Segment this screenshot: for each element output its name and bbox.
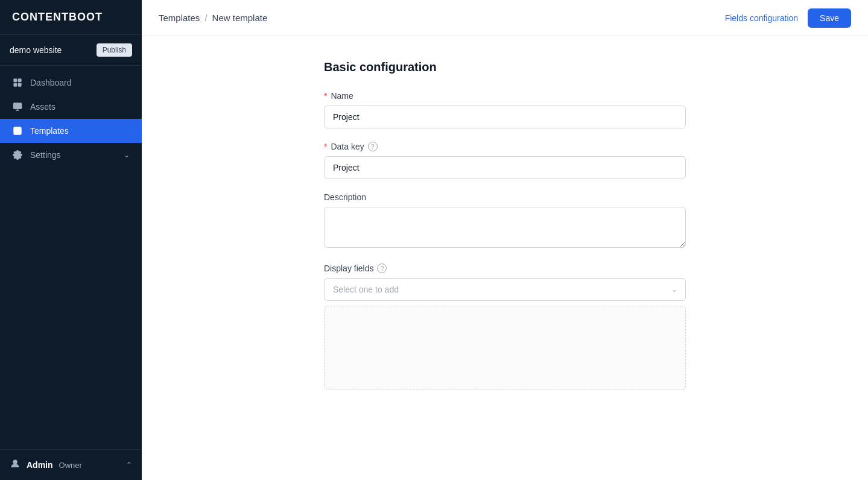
svg-rect-2 [14,83,17,86]
svg-rect-1 [18,79,21,82]
brand-name: CONTENTBOOT [12,11,103,24]
data-key-field-group: * Data key ? [324,142,686,179]
breadcrumb: Templates / New template [159,13,267,23]
user-name: Admin [27,460,53,470]
display-fields-label-text: Display fields [324,264,373,273]
sidebar-item-assets[interactable]: Assets [0,95,142,119]
name-field-group: * Name [324,91,686,128]
display-fields-help-icon[interactable]: ? [377,264,387,273]
sidebar-item-dashboard[interactable]: Dashboard [0,71,142,95]
sidebar-footer: Admin Owner ⌃ [0,449,142,480]
data-key-label: * Data key ? [324,142,686,151]
name-required-star: * [324,91,327,101]
save-button[interactable]: Save [808,8,851,28]
publish-button[interactable]: Publish [97,43,132,57]
description-label: Description [324,192,686,202]
description-field-group: Description [324,192,686,250]
user-role: Owner [59,461,82,470]
workspace-name: demo website [10,45,62,55]
templates-icon [12,125,23,136]
templates-label: Templates [30,126,69,136]
name-label: * Name [324,91,686,101]
fields-configuration-link[interactable]: Fields configuration [725,13,798,23]
assets-label: Assets [30,102,55,112]
sidebar-logo: CONTENTBOOT [0,0,142,35]
settings-label: Settings [30,150,61,160]
sidebar-nav: Dashboard Assets Templates [0,66,142,449]
name-label-text: Name [331,91,353,101]
svg-rect-4 [13,103,21,109]
description-textarea[interactable] [324,207,686,248]
sidebar-item-settings[interactable]: Settings ⌄ [0,143,142,167]
dashboard-icon [12,77,23,88]
chevron-up-icon[interactable]: ⌃ [126,461,132,469]
data-key-input[interactable] [324,156,686,179]
display-fields-group: Display fields ? Select one to add ⌄ [324,264,686,390]
topbar-actions: Fields configuration Save [725,8,851,28]
svg-rect-5 [14,127,21,134]
display-fields-label: Display fields ? [324,264,686,273]
display-fields-dropzone [324,306,686,390]
breadcrumb-separator: / [204,13,207,23]
breadcrumb-current: New template [212,13,268,23]
sidebar-item-templates[interactable]: Templates [0,119,142,143]
display-fields-select-wrapper: Select one to add ⌄ [324,278,686,301]
data-key-label-text: Data key [331,142,364,151]
svg-rect-0 [14,79,17,82]
chevron-down-icon: ⌄ [124,151,130,159]
data-key-required-star: * [324,142,327,151]
breadcrumb-parent[interactable]: Templates [159,13,200,23]
main-content: Templates / New template Fields configur… [142,0,868,480]
settings-icon [12,150,23,160]
topbar: Templates / New template Fields configur… [142,0,868,36]
svg-rect-3 [18,83,21,86]
user-info: Admin Owner [10,458,82,472]
form-title: Basic configuration [324,60,686,74]
form-container: Basic configuration * Name * Data key ? [142,36,868,428]
name-input[interactable] [324,106,686,128]
form-inner: Basic configuration * Name * Data key ? [324,60,686,403]
sidebar: CONTENTBOOT demo website Publish Dashboa… [0,0,142,480]
display-fields-select[interactable]: Select one to add [324,278,686,301]
workspace-section: demo website Publish [0,35,142,66]
dashboard-label: Dashboard [30,78,72,87]
user-avatar-icon [10,458,21,472]
data-key-help-icon[interactable]: ? [368,142,378,151]
description-label-text: Description [324,192,366,202]
assets-icon [12,101,23,112]
svg-point-7 [13,460,17,464]
